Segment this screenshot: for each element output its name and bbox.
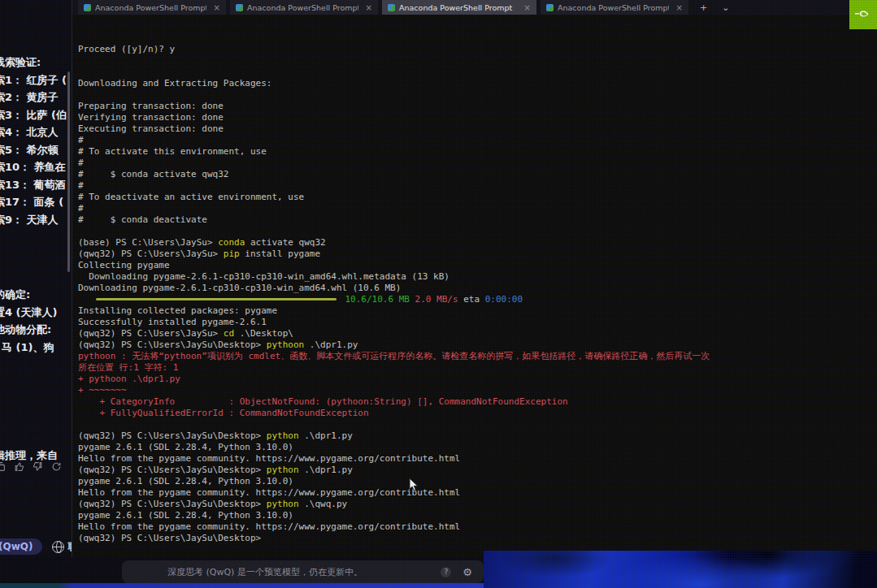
sidebar-text-line: 索3： 比萨 (伯 [0,106,72,124]
terminal-line: # [78,180,877,192]
terminal-tab[interactable]: Anaconda PowerShell Prompt (× [541,0,688,15]
globe-icon [52,541,64,553]
terminal-line: (qwq32) PS C:\Users\JaySu\Desktop> pytho… [78,339,877,351]
regenerate-icon[interactable] [51,461,62,472]
terminal-line: (qwq32) PS C:\Users\JaySu> pip install p… [78,249,877,260]
sidebar-text-line: 线索验证: [0,54,72,71]
terminal-tab[interactable]: Anaconda PowerShell Prompt× [382,0,536,15]
sidebar-text-line: 索5： 希尔顿 [0,141,72,159]
terminal-line: Proceed ([y]/n)? y [78,44,877,55]
chat-sidebar: 线索验证:索1： 红房子 (索2： 黄房子索3： 比萨 (伯索4： 北京人索5：… [0,0,72,588]
terminal-line: Verifying transaction: done [78,112,877,123]
terminal-line [78,89,877,101]
tab-title: Anaconda PowerShell Prompt ( [95,3,206,12]
tab-title: Anaconda PowerShell Prompt [399,3,517,12]
terminal-output[interactable]: Proceed ([y]/n)? y Downloading and Extra… [72,15,877,557]
anaconda-prompt-icon [236,4,243,11]
terminal-tab[interactable]: Anaconda PowerShell Prompt (× [230,0,378,15]
terminal-tab-bar: Anaconda PowerShell Prompt (×Anaconda Po… [72,0,877,15]
thumbs-down-icon[interactable] [33,461,43,472]
terminal-line: (qwq32) PS C:\Users\JaySu\Desktop> [78,533,877,544]
settings-gear-icon[interactable]: ⚙ [462,567,472,577]
anaconda-prompt-icon [388,4,395,11]
deduction-list: 的确定:置4 (天津人)他动物分配: 马 (1)、狗 [0,286,72,356]
download-progress-bar [96,298,336,300]
tab-close-icon[interactable]: × [363,3,372,12]
desktop-wallpaper [484,551,877,588]
help-icon[interactable]: ? [441,567,451,577]
web-search-toggle[interactable]: 联网 [52,540,72,554]
terminal-line: (base) PS C:\Users\JaySu> conda activate… [78,237,877,249]
sidebar-text-line: 索2： 黄房子 [0,89,72,106]
terminal-line: Executing transaction: done [78,123,877,135]
sidebar-scrollbar[interactable] [67,71,70,272]
tab-close-icon[interactable]: × [211,3,220,12]
sidebar-text-line: 索9： 天津人 [0,211,72,229]
terminal-line: + CategoryInfo : ObjectNotFound: (pythoo… [78,396,877,408]
terminal-line: pythoon : 无法将“pythoon”项识别为 cmdlet、函数、脚本文… [78,351,877,362]
terminal-line: # To activate this environment, use [78,146,877,158]
deep-think-model-badge[interactable]: (QwQ) [0,538,42,555]
terminal-line: (qwq32) PS C:\Users\JaySu> cd .\Desktop\ [78,328,877,339]
terminal-line: # [78,203,877,214]
tab-close-icon[interactable]: × [673,3,683,12]
anaconda-prompt-icon [84,4,91,11]
new-tab-button[interactable]: + [692,2,714,13]
terminal-line: # [78,158,877,169]
terminal-line [78,55,877,67]
tab-title: Anaconda PowerShell Prompt ( [558,3,669,12]
terminal-line: Collecting pygame [78,260,877,271]
terminal-line: Hello from the pygame community. https:/… [78,453,877,465]
terminal-line: pygame 2.6.1 (SDL 2.28.4, Python 3.10.0) [78,510,877,521]
anaconda-prompt-icon [546,4,554,11]
sidebar-text-line: 他动物分配: [0,321,72,339]
terminal-line: Preparing transaction: done [78,101,877,112]
sidebar-text-line: 置4 (天津人) [0,304,72,322]
terminal-tab[interactable]: Anaconda PowerShell Prompt (× [78,0,226,15]
nvidia-overlay-icon[interactable] [849,0,877,29]
sidebar-text-line: 马 (1)、狗 [0,339,72,357]
model-notice-bar: 深度思考 (QwQ) 是一个预览模型，仍在更新中。 ? ⚙ [122,560,484,583]
sidebar-text-line: 的确定: [0,286,72,304]
terminal-line: (qwq32) PS C:\Users\JaySu\Desktop> pytho… [78,499,877,510]
tab-close-icon[interactable]: × [521,3,531,12]
terminal-line: + FullyQualifiedErrorId : CommandNotFoun… [78,408,877,419]
terminal-line [78,226,877,237]
sidebar-text-line: 索10： 养鱼在 [0,158,72,176]
terminal-line: # $ conda deactivate [78,214,877,226]
tab-title: Anaconda PowerShell Prompt ( [247,3,358,12]
copy-icon[interactable] [0,461,6,472]
sidebar-text-line: 索1： 红房子 ( [0,71,72,89]
terminal-line [78,67,877,78]
terminal-line: # [78,135,877,146]
sidebar-text-line: 索17： 面条 ( [0,193,72,211]
mouse-cursor [409,478,419,495]
model-notice-text: 深度思考 (QwQ) 是一个预览模型，仍在更新中。 [167,566,363,578]
terminal-line: + pythoon .\dpr1.py [78,374,877,385]
terminal-line: pygame 2.6.1 (SDL 2.28.4, Python 3.10.0) [78,476,877,487]
terminal-line: Installing collected packages: pygame [78,305,877,317]
terminal-line: Hello from the pygame community. https:/… [78,521,877,533]
terminal-line: Downloading pygame-2.6.1-cp310-cp310-win… [78,271,877,283]
terminal-line: 所在位置 行:1 字符: 1 [78,362,877,374]
terminal-line: (qwq32) PS C:\Users\JaySu\Desktop> pytho… [78,465,877,476]
sidebar-text-line: 索4： 北京人 [0,123,72,141]
terminal-line [78,419,877,430]
thumbs-up-icon[interactable] [14,461,24,472]
terminal-line: (qwq32) PS C:\Users\JaySu\Desktop> pytho… [78,430,877,442]
terminal-line: Hello from the pygame community. https:/… [78,487,877,499]
terminal-line: # $ conda activate qwq32 [78,169,877,180]
terminal-line: pygame 2.6.1 (SDL 2.28.4, Python 3.10.0) [78,442,877,453]
terminal-line: # To deactivate an active environment, u… [78,192,877,203]
screen-bottom-strip [0,583,484,588]
terminal-line: 10.6/10.6 MB 2.0 MB/s eta 0:00:00 [78,294,877,305]
terminal-line: Downloading pygame-2.6.1-cp310-cp310-win… [78,283,877,294]
terminal-line: + ~~~~~~~ [78,385,877,396]
terminal-window: Anaconda PowerShell Prompt (×Anaconda Po… [72,0,877,557]
message-action-bar [0,461,62,472]
terminal-line: Successfully installed pygame-2.6.1 [78,317,877,328]
sidebar-text-line: 索13： 葡萄酒 [0,176,72,194]
clue-list: 线索验证:索1： 红房子 (索2： 黄房子索3： 比萨 (伯索4： 北京人索5：… [0,54,72,228]
terminal-line: Downloading and Extracting Packages: [78,78,877,89]
tab-dropdown-button[interactable]: ⌄ [714,2,736,13]
